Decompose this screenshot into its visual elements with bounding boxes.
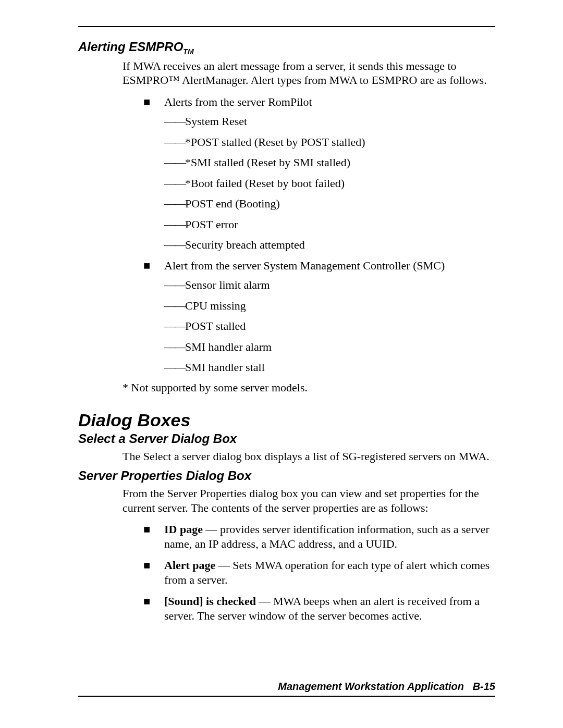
em-dash-icon: —— — [164, 217, 185, 232]
square-bullet-icon: ■ — [143, 522, 164, 551]
sub-item: ——POST end (Booting) — [164, 196, 495, 211]
square-bullet-icon: ■ — [143, 558, 164, 587]
prop-text: Alert page — Sets MWA operation for each… — [164, 558, 495, 587]
sub-item: ——SMI handler alarm — [164, 340, 495, 354]
sub-item-text: SMI handler alarm — [185, 340, 272, 354]
sub-item: ——Security breach attempted — [164, 238, 495, 252]
heading-alerting-esmpro: Alerting ESMPROTM — [78, 40, 495, 56]
prop-rest: — provides server identification informa… — [164, 523, 489, 550]
bullet-smc-text: Alert from the server System Management … — [164, 258, 445, 273]
em-dash-icon: —— — [164, 238, 185, 252]
sub-item-text: *POST stalled (Reset by POST stalled) — [185, 135, 365, 150]
em-dash-icon: —— — [164, 340, 185, 354]
sub-item: ——SMI handler stall — [164, 360, 495, 375]
sub-item: ——POST error — [164, 217, 495, 232]
square-bullet-icon: ■ — [143, 594, 164, 623]
em-dash-icon: —— — [164, 135, 185, 150]
square-bullet-icon: ■ — [143, 258, 164, 273]
sub-item: ——POST stalled — [164, 319, 495, 334]
sub-item-text: System Reset — [185, 114, 247, 129]
select-server-body: The Select a server dialog box displays … — [123, 449, 495, 464]
prop-id-page: ■ ID page — provides server identificati… — [143, 522, 495, 551]
heading-select-server: Select a Server Dialog Box — [78, 431, 495, 446]
page-content: Alerting ESMPROTM If MWA receives an ale… — [78, 27, 495, 623]
prop-text: ID page — provides server identification… — [164, 522, 495, 551]
section1-intro: If MWA receives an alert message from a … — [123, 59, 495, 88]
section1-body: If MWA receives an alert message from a … — [123, 59, 495, 375]
bullet-rompilot-text: Alerts from the server RomPilot — [164, 95, 312, 109]
em-dash-icon: —— — [164, 176, 185, 191]
heading-text: Alerting ESMPRO — [78, 40, 183, 54]
sub-item-text: POST end (Booting) — [185, 196, 280, 211]
sub-item: ——System Reset — [164, 114, 495, 129]
sub-item-text: *SMI stalled (Reset by SMI stalled) — [185, 155, 350, 170]
sub-item-text: Security breach attempted — [185, 238, 305, 252]
prop-text: [Sound] is checked — MWA beeps when an a… — [164, 594, 495, 623]
em-dash-icon: —— — [164, 299, 185, 313]
sub-item-text: SMI handler stall — [185, 360, 265, 375]
heading-dialog-boxes: Dialog Boxes — [78, 410, 495, 430]
sub-item: ——Sensor limit alarm — [164, 278, 495, 292]
sub-item-text: Sensor limit alarm — [185, 278, 270, 292]
heading-tm: TM — [183, 47, 193, 56]
sub-item-text: CPU missing — [185, 299, 246, 313]
prop-sound-checked: ■ [Sound] is checked — MWA beeps when an… — [143, 594, 495, 623]
sub-item: ——*SMI stalled (Reset by SMI stalled) — [164, 155, 495, 170]
footer-title: Management Workstation Application — [278, 681, 464, 692]
sub-item: ——CPU missing — [164, 299, 495, 313]
bullet-smc: ■ Alert from the server System Managemen… — [143, 258, 495, 273]
em-dash-icon: —— — [164, 278, 185, 292]
sub-item: ——*Boot failed (Reset by boot failed) — [164, 176, 495, 191]
prop-alert-page: ■ Alert page — Sets MWA operation for ea… — [143, 558, 495, 587]
em-dash-icon: —— — [164, 360, 185, 375]
prop-bold: ID page — [164, 523, 203, 536]
footnote: * Not supported by some server models. — [123, 381, 495, 394]
square-bullet-icon: ■ — [143, 95, 164, 109]
sub-item: ——*POST stalled (Reset by POST stalled) — [164, 135, 495, 150]
sub-item-text: *Boot failed (Reset by boot failed) — [185, 176, 345, 191]
bullet-rompilot: ■ Alerts from the server RomPilot — [143, 95, 495, 109]
prop-bold: [Sound] is checked — [164, 595, 256, 608]
em-dash-icon: —— — [164, 155, 185, 170]
page-footer: Management Workstation Application B-15 — [278, 681, 495, 693]
heading-server-properties: Server Properties Dialog Box — [78, 468, 495, 483]
sub-item-text: POST stalled — [185, 319, 246, 334]
footer-page-number: B-15 — [473, 681, 495, 692]
sub-item-text: POST error — [185, 217, 238, 232]
prop-bold: Alert page — [164, 559, 215, 572]
em-dash-icon: —— — [164, 319, 185, 334]
em-dash-icon: —— — [164, 196, 185, 211]
server-properties-body: From the Server Properties dialog box yo… — [123, 486, 495, 623]
em-dash-icon: —— — [164, 114, 185, 129]
server-properties-text: From the Server Properties dialog box yo… — [123, 486, 495, 515]
page-frame: Alerting ESMPROTM If MWA receives an ale… — [78, 26, 495, 697]
select-server-text: The Select a server dialog box displays … — [123, 449, 495, 464]
